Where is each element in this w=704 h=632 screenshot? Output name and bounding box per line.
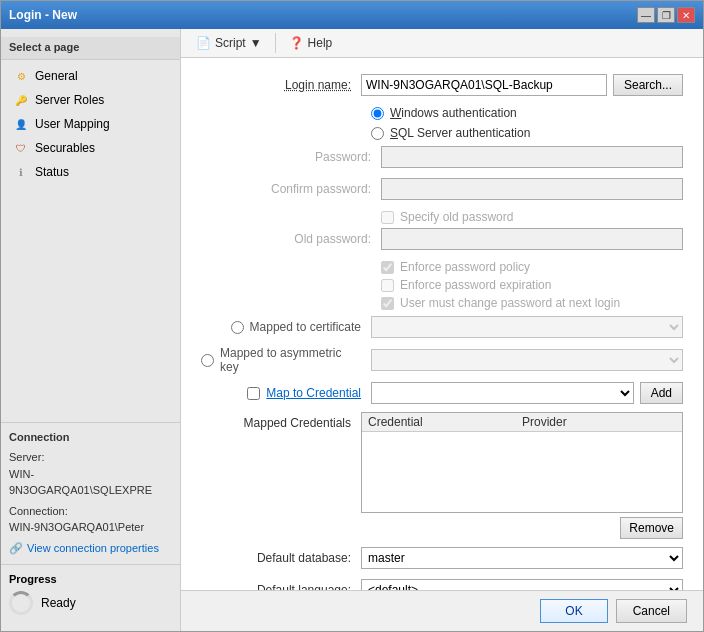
ok-button[interactable]: OK [540,599,607,623]
mc-table-header: Credential Provider [362,413,682,432]
credential-column: Credential [368,415,522,429]
main-area: Select a page ⚙ General 🔑 Server Roles 👤… [1,29,703,631]
windows-auth-radio[interactable] [371,107,384,120]
old-password-input[interactable] [381,228,683,250]
sidebar-item-label-server-roles: Server Roles [35,93,104,107]
window-title: Login - New [9,8,77,22]
progress-title: Progress [9,573,172,585]
login-name-row: Login name: Search... [201,74,683,96]
connection-info: Server: WIN-9N3OGARQA01\SQLEXPRE Connect… [9,449,172,556]
general-icon: ⚙ [13,68,29,84]
enforce-policy-checkbox[interactable] [381,261,394,274]
progress-section: Progress Ready [1,564,180,623]
script-button[interactable]: 📄 Script ▼ [189,33,269,53]
script-icon: 📄 [196,36,211,50]
password-row: Password: [221,146,683,168]
map-credential-row: Map to Credential Add [201,382,683,404]
sidebar-item-status[interactable]: ℹ Status [1,160,180,184]
user-mapping-icon: 👤 [13,116,29,132]
minimize-button[interactable]: — [637,7,655,23]
sidebar-item-securables[interactable]: 🛡 Securables [1,136,180,160]
add-credential-button[interactable]: Add [640,382,683,404]
windows-auth-row: Windows authentication [371,106,683,120]
sql-auth-radio[interactable] [371,127,384,140]
enforce-expiration-label: Enforce password expiration [400,278,551,292]
mc-table-body [362,432,682,512]
script-dropdown-icon: ▼ [250,36,262,50]
form-area: Login name: Search... Windows authentica… [181,58,703,590]
sql-auth-label: SQL Server authentication [390,126,530,140]
content-area: 📄 Script ▼ ❓ Help Login name: [181,29,703,631]
specify-old-password-label: Specify old password [400,210,513,224]
default-database-select[interactable]: master [361,547,683,569]
default-database-label: Default database: [201,551,361,565]
user-must-change-row: User must change password at next login [381,296,683,310]
provider-column: Provider [522,415,676,429]
view-connection-properties-link[interactable]: 🔗 View connection properties [9,540,172,557]
toolbar: 📄 Script ▼ ❓ Help [181,29,703,58]
mapped-certificate-row: Mapped to certificate [201,316,683,338]
enforce-expiration-checkbox[interactable] [381,279,394,292]
progress-row: Ready [9,591,172,615]
enforce-policy-row: Enforce password policy [381,260,683,274]
sidebar-item-label-general: General [35,69,78,83]
enforce-policy-label: Enforce password policy [400,260,530,274]
main-window: Login - New — ❐ ✕ Select a page ⚙ Genera… [0,0,704,632]
cancel-button[interactable]: Cancel [616,599,687,623]
close-button[interactable]: ✕ [677,7,695,23]
toolbar-divider [275,33,276,53]
password-input[interactable] [381,146,683,168]
specify-old-password-checkbox[interactable] [381,211,394,224]
window-controls: — ❐ ✕ [637,7,695,23]
script-label: Script [215,36,246,50]
remove-btn-container: Remove [361,517,683,539]
mapped-asymmetric-select[interactable] [371,349,683,371]
connection-label: Connection: [9,503,172,520]
mapped-certificate-radio[interactable] [231,321,244,334]
map-credential-select[interactable] [371,382,634,404]
search-button[interactable]: Search... [613,74,683,96]
user-must-change-checkbox[interactable] [381,297,394,310]
mapped-credentials-container: Credential Provider Remove [361,412,683,539]
remove-credential-button[interactable]: Remove [620,517,683,539]
sidebar: Select a page ⚙ General 🔑 Server Roles 👤… [1,29,181,631]
confirm-password-input[interactable] [381,178,683,200]
mapped-credentials-label: Mapped Credentials [201,412,361,539]
map-credential-label: Map to Credential [266,386,361,400]
progress-spinner [9,591,33,615]
sidebar-item-user-mapping[interactable]: 👤 User Mapping [1,112,180,136]
help-icon: ❓ [289,36,304,50]
help-label: Help [308,36,333,50]
old-password-label: Old password: [221,232,381,246]
server-value: WIN-9N3OGARQA01\SQLEXPRE [9,466,172,499]
sidebar-item-server-roles[interactable]: 🔑 Server Roles [1,88,180,112]
default-language-label: Default language: [201,583,361,590]
sidebar-item-general[interactable]: ⚙ General [1,64,180,88]
old-password-row: Old password: [221,228,683,250]
server-label: Server: [9,449,172,466]
user-must-change-label: User must change password at next login [400,296,620,310]
server-roles-icon: 🔑 [13,92,29,108]
bottom-bar: OK Cancel [181,590,703,631]
default-language-row: Default language: <default> [201,579,683,590]
map-credential-checkbox[interactable] [247,387,260,400]
confirm-password-label: Confirm password: [221,182,381,196]
progress-status: Ready [41,596,76,610]
default-language-select[interactable]: <default> [361,579,683,590]
mapped-certificate-select[interactable] [371,316,683,338]
help-button[interactable]: ❓ Help [282,33,340,53]
mapped-credentials-area: Mapped Credentials Credential Provider R… [201,412,683,539]
login-name-input[interactable] [361,74,607,96]
connection-section: Connection Server: WIN-9N3OGARQA01\SQLEX… [1,422,180,564]
default-database-row: Default database: master [201,547,683,569]
securables-icon: 🛡 [13,140,29,156]
connection-title: Connection [9,431,172,443]
titlebar: Login - New — ❐ ✕ [1,1,703,29]
connection-value: WIN-9N3OGARQA01\Peter [9,519,172,536]
specify-old-password-row: Specify old password [381,210,683,224]
mapped-certificate-label: Mapped to certificate [250,320,361,334]
status-icon: ℹ [13,164,29,180]
mapped-asymmetric-radio[interactable] [201,354,214,367]
enforce-expiration-row: Enforce password expiration [381,278,683,292]
restore-button[interactable]: ❐ [657,7,675,23]
